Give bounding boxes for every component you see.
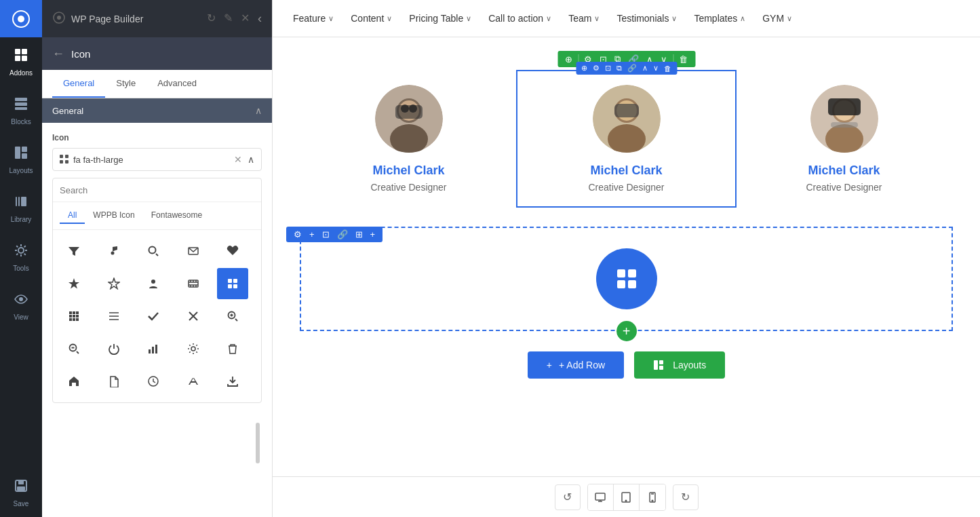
- icon-duplicate-btn[interactable]: ⊡: [320, 229, 332, 240]
- tab-style[interactable]: Style: [105, 70, 146, 98]
- refresh-icon[interactable]: ↻: [207, 12, 216, 26]
- icon-item-cog[interactable]: [178, 333, 209, 364]
- icon-item-th[interactable]: [58, 301, 90, 332]
- library-label: Library: [11, 216, 32, 223]
- nav-pricing[interactable]: Pricing Table ∨: [402, 9, 478, 28]
- icon-item-power[interactable]: [98, 333, 130, 364]
- icon-item-check[interactable]: [138, 301, 169, 332]
- row-link-btn[interactable]: 🔗: [626, 63, 638, 73]
- icon-item-search-minus[interactable]: [58, 333, 90, 364]
- section-delete-icon[interactable]: 🗑: [677, 54, 690, 65]
- nav-testimonials[interactable]: Testimonials ∨: [610, 9, 684, 28]
- icon-item-font[interactable]: [178, 366, 209, 397]
- icon-clear-button[interactable]: ✕: [234, 154, 242, 165]
- icon-table-btn[interactable]: ⊞: [353, 229, 365, 240]
- icon-add2-btn[interactable]: +: [368, 229, 378, 240]
- tab-advanced[interactable]: Advanced: [146, 70, 208, 98]
- filter-tab-fontawesome[interactable]: Fontawesome: [143, 208, 210, 224]
- filter-tab-all[interactable]: All: [60, 208, 85, 224]
- icon-item-file[interactable]: [98, 366, 130, 397]
- collapse-icon[interactable]: ‹: [258, 12, 262, 26]
- nav-templates-chevron: ∧: [740, 14, 745, 23]
- icon-panel-header: ← Icon: [42, 37, 272, 70]
- sidebar-item-view[interactable]: View: [0, 282, 42, 330]
- icon-item-star-filled[interactable]: [58, 268, 90, 299]
- icon-item-home[interactable]: [58, 366, 90, 397]
- tab-general[interactable]: General: [52, 70, 105, 98]
- undo-button[interactable]: ↺: [555, 484, 581, 510]
- team-card-1: Michel Clark Creative Designer: [300, 71, 517, 206]
- nav-templates[interactable]: Templates ∧: [687, 9, 752, 28]
- icon-item-trash[interactable]: [217, 333, 248, 364]
- canvas-area: ⊕ ⚙ ⊡ ⧉ 🔗 ∧ ∨ 🗑: [273, 37, 980, 476]
- icon-element-wrapper: ⚙ + ⊡ 🔗 ⊞ +: [286, 227, 966, 331]
- icon-item-heart[interactable]: [217, 235, 248, 267]
- icon-settings-btn[interactable]: ⚙: [292, 229, 304, 240]
- svg-rect-64: [617, 269, 625, 277]
- close-icon[interactable]: ✕: [241, 12, 250, 26]
- nav-gym[interactable]: GYM ∨: [756, 9, 799, 28]
- sidebar-item-save[interactable]: Save: [0, 468, 42, 517]
- icon-item-film[interactable]: [178, 268, 209, 299]
- panel-body: Icon fa fa-th-large ✕ ∧: [42, 123, 272, 517]
- row-move-btn[interactable]: ⊕: [580, 63, 589, 73]
- row-delete-btn[interactable]: 🗑: [663, 64, 673, 73]
- redo-button[interactable]: ↻: [673, 484, 699, 510]
- sidebar-item-blocks[interactable]: Blocks: [0, 86, 42, 135]
- nav-feature[interactable]: Feature ∨: [286, 9, 340, 28]
- add-section-button[interactable]: +: [616, 321, 637, 341]
- layouts-button[interactable]: Layouts: [634, 351, 725, 379]
- section-collapse-icon[interactable]: ∧: [255, 105, 262, 116]
- nav-cta[interactable]: Call to action ∨: [482, 9, 558, 28]
- nav-team[interactable]: Team ∨: [562, 9, 606, 28]
- sidebar-item-tools[interactable]: Tools: [0, 233, 42, 282]
- row-save-btn[interactable]: ⧉: [615, 63, 623, 73]
- icon-item-download[interactable]: [217, 366, 248, 397]
- mobile-view-button[interactable]: [640, 484, 665, 510]
- nav-templates-label: Templates: [694, 13, 737, 24]
- icon-grid-scrollbar[interactable]: [256, 423, 260, 463]
- team-card-3: Michel Clark Creative Designer: [735, 71, 953, 206]
- icon-search-input[interactable]: [60, 185, 254, 195]
- back-button[interactable]: ←: [52, 47, 64, 61]
- sidebar-item-library[interactable]: Library: [0, 184, 42, 233]
- row-settings-btn[interactable]: ⚙: [591, 63, 601, 73]
- icon-item-star-outline[interactable]: [98, 268, 130, 299]
- icon-item-music[interactable]: [98, 235, 130, 267]
- icon-item-list[interactable]: [98, 301, 130, 332]
- icon-item-th-large[interactable]: [217, 268, 248, 299]
- team-role-2: Creative Designer: [588, 182, 664, 193]
- icon-item-user[interactable]: [138, 268, 169, 299]
- icon-item-search-plus[interactable]: [217, 301, 248, 332]
- icon-item-times[interactable]: [178, 301, 209, 332]
- icon-item-clock[interactable]: [138, 366, 169, 397]
- blocks-icon: [14, 96, 28, 115]
- icon-chevron-icon[interactable]: ∧: [248, 154, 254, 165]
- team-role-3: Creative Designer: [806, 182, 882, 193]
- section-move-icon[interactable]: ⊕: [563, 54, 574, 65]
- icon-item-envelope[interactable]: [178, 235, 209, 267]
- icon-grid: [53, 230, 261, 402]
- sidebar-item-layouts[interactable]: Layouts: [0, 135, 42, 184]
- add-row-button[interactable]: + + Add Row: [528, 351, 624, 379]
- svg-rect-30: [69, 311, 72, 314]
- icon-item-filter[interactable]: [58, 235, 90, 267]
- sidebar-item-addons[interactable]: Addons: [0, 37, 42, 86]
- icon-select-field[interactable]: fa fa-th-large ✕ ∧: [52, 148, 262, 171]
- row-down-btn[interactable]: ∨: [652, 63, 660, 73]
- icon-link2-btn[interactable]: 🔗: [335, 229, 350, 240]
- icon-item-bar-chart[interactable]: [138, 333, 169, 364]
- svg-rect-38: [76, 318, 79, 321]
- edit-icon[interactable]: ✎: [224, 12, 233, 26]
- filter-tab-wppb[interactable]: WPPB Icon: [85, 208, 142, 224]
- icon-add-btn[interactable]: +: [307, 229, 317, 240]
- tablet-view-button[interactable]: [614, 484, 640, 510]
- desktop-view-button[interactable]: [588, 484, 614, 510]
- icon-item-search[interactable]: [138, 235, 169, 267]
- main-content: Feature ∨ Content ∨ Pricing Table ∨ Call…: [273, 0, 980, 517]
- icon-row-toolbar: ⚙ + ⊡ 🔗 ⊞ +: [286, 227, 383, 242]
- nav-content[interactable]: Content ∨: [344, 9, 399, 28]
- row-duplicate-btn[interactable]: ⊡: [604, 63, 612, 73]
- view-label: View: [14, 313, 28, 321]
- row-up-btn[interactable]: ∧: [641, 63, 649, 73]
